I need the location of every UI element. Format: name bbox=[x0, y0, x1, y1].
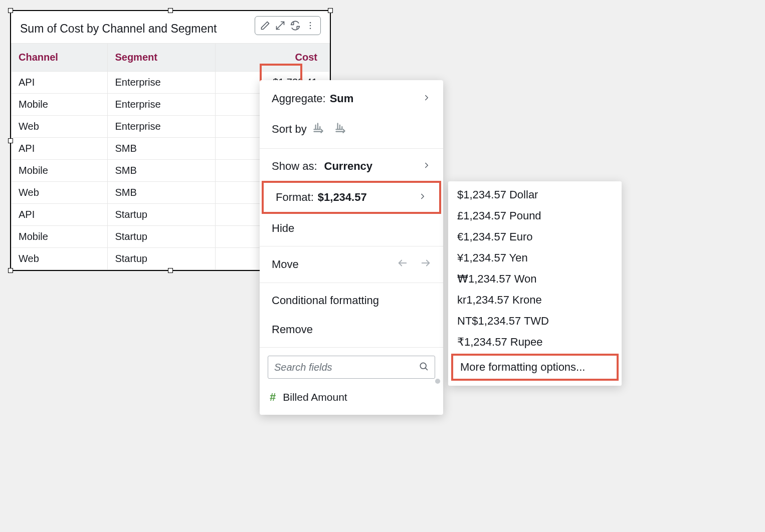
menu-aggregate-value: Sum bbox=[330, 92, 354, 105]
search-fields-input[interactable] bbox=[268, 356, 435, 379]
cell-channel: API bbox=[12, 204, 108, 226]
resize-handle[interactable] bbox=[8, 138, 13, 143]
cell-segment: Enterprise bbox=[108, 116, 215, 138]
resize-handle[interactable] bbox=[328, 8, 333, 13]
cell-segment: Startup bbox=[108, 226, 215, 248]
search-fields-text[interactable] bbox=[274, 362, 419, 373]
menu-divider bbox=[260, 283, 443, 283]
submenu-currency-option[interactable]: €1,234.57 Euro bbox=[448, 226, 622, 247]
maximize-icon[interactable] bbox=[273, 19, 287, 33]
resize-handle[interactable] bbox=[8, 8, 13, 13]
cell-segment: Enterprise bbox=[108, 72, 215, 94]
submenu-more-formatting[interactable]: More formatting options... bbox=[451, 354, 619, 381]
menu-format[interactable]: Format: $1,234.57 bbox=[262, 181, 441, 214]
cell-segment: SMB bbox=[108, 160, 215, 182]
submenu-currency-option[interactable]: ₩1,234.57 Won bbox=[448, 269, 622, 290]
format-submenu: $1,234.57 Dollar£1,234.57 Pound€1,234.57… bbox=[448, 181, 622, 386]
resize-handle[interactable] bbox=[8, 268, 13, 273]
cell-segment: SMB bbox=[108, 138, 215, 160]
menu-hide[interactable]: Hide bbox=[260, 214, 443, 243]
column-context-menu: Aggregate: Sum Sort by Show as: Currency bbox=[260, 80, 443, 415]
menu-conditional-label: Conditional formatting bbox=[272, 294, 379, 307]
menu-move[interactable]: Move bbox=[260, 249, 443, 280]
cell-segment: Startup bbox=[108, 248, 215, 270]
svg-point-2 bbox=[310, 28, 311, 30]
submenu-currency-option[interactable]: £1,234.57 Pound bbox=[448, 205, 622, 226]
submenu-currency-option[interactable]: kr1,234.57 Krone bbox=[448, 290, 622, 311]
field-item[interactable]: # Billed Amount bbox=[260, 384, 443, 411]
resize-handle[interactable] bbox=[168, 8, 173, 13]
refresh-icon[interactable] bbox=[288, 19, 302, 33]
edit-icon[interactable] bbox=[258, 19, 272, 33]
visual-toolbar bbox=[255, 16, 321, 35]
menu-remove-label: Remove bbox=[272, 323, 313, 336]
submenu-more-label: More formatting options... bbox=[460, 361, 585, 373]
menu-divider bbox=[260, 148, 443, 149]
menu-sortby-label: Sort by bbox=[272, 123, 307, 136]
field-item-label: Billed Amount bbox=[283, 391, 347, 403]
number-type-icon: # bbox=[270, 391, 276, 404]
cell-channel: API bbox=[12, 138, 108, 160]
move-left-icon[interactable] bbox=[397, 257, 408, 272]
menu-aggregate-label: Aggregate: bbox=[272, 92, 326, 105]
svg-point-1 bbox=[310, 25, 311, 27]
submenu-currency-option[interactable]: NT$1,234.57 TWD bbox=[448, 311, 622, 332]
cell-channel: Mobile bbox=[12, 160, 108, 182]
cell-channel: Web bbox=[12, 248, 108, 270]
chevron-right-icon bbox=[418, 191, 427, 204]
svg-point-5 bbox=[420, 363, 426, 369]
column-header-cost[interactable]: Cost bbox=[215, 44, 329, 72]
cell-channel: Web bbox=[12, 116, 108, 138]
submenu-currency-option[interactable]: $1,234.57 Dollar bbox=[448, 184, 622, 205]
menu-conditional-formatting[interactable]: Conditional formatting bbox=[260, 286, 443, 315]
menu-format-label: Format: bbox=[276, 191, 314, 204]
menu-sortby[interactable]: Sort by bbox=[260, 113, 443, 145]
menu-remove[interactable]: Remove bbox=[260, 315, 443, 344]
cell-segment: Enterprise bbox=[108, 94, 215, 116]
chevron-right-icon bbox=[422, 160, 431, 173]
menu-hide-label: Hide bbox=[272, 222, 294, 235]
menu-show-as[interactable]: Show as: Currency bbox=[260, 152, 443, 181]
cell-channel: Web bbox=[12, 182, 108, 204]
cell-channel: Mobile bbox=[12, 226, 108, 248]
menu-aggregate[interactable]: Aggregate: Sum bbox=[260, 84, 443, 113]
svg-point-0 bbox=[310, 22, 311, 24]
visual-title: Sum of Cost by Channel and Segment bbox=[20, 22, 217, 36]
cell-segment: Startup bbox=[108, 204, 215, 226]
move-right-icon[interactable] bbox=[420, 257, 431, 272]
svg-line-6 bbox=[426, 368, 428, 370]
column-header-channel[interactable]: Channel bbox=[12, 44, 108, 72]
menu-format-value: $1,234.57 bbox=[318, 191, 367, 204]
cell-segment: SMB bbox=[108, 182, 215, 204]
menu-show-as-label: Show as: bbox=[272, 160, 317, 173]
menu-move-label: Move bbox=[272, 258, 299, 271]
cell-channel: Mobile bbox=[12, 94, 108, 116]
resize-handle[interactable] bbox=[168, 268, 173, 273]
search-icon bbox=[419, 361, 429, 373]
submenu-currency-option[interactable]: ¥1,234.57 Yen bbox=[448, 247, 622, 269]
column-header-segment[interactable]: Segment bbox=[108, 44, 215, 72]
cell-channel: API bbox=[12, 72, 108, 94]
sort-asc-icon[interactable] bbox=[312, 121, 325, 137]
chevron-right-icon bbox=[422, 92, 431, 105]
menu-divider bbox=[260, 246, 443, 246]
menu-divider bbox=[260, 347, 443, 348]
sort-desc-icon[interactable] bbox=[334, 121, 347, 137]
more-options-icon[interactable] bbox=[303, 19, 317, 33]
menu-show-as-value: Currency bbox=[324, 160, 373, 173]
submenu-currency-option[interactable]: ₹1,234.57 Rupee bbox=[448, 332, 622, 353]
scrollbar-thumb[interactable] bbox=[435, 379, 440, 384]
